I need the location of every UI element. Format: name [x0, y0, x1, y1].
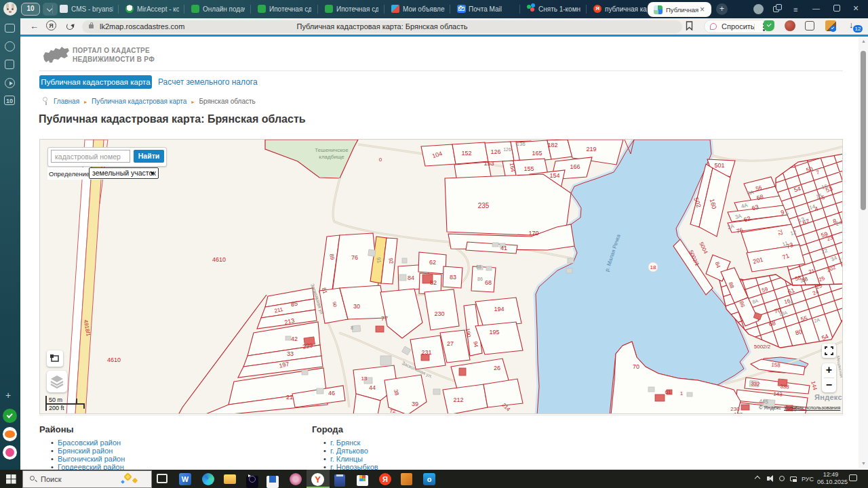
- svg-text:212: 212: [453, 396, 463, 403]
- svg-text:231: 231: [421, 349, 431, 356]
- svg-text:125: 125: [734, 411, 743, 414]
- svg-text:154: 154: [549, 172, 559, 179]
- svg-text:85: 85: [290, 300, 298, 308]
- svg-text:44: 44: [369, 384, 376, 391]
- svg-text:84: 84: [408, 274, 414, 281]
- svg-text:195: 195: [489, 329, 499, 336]
- svg-text:кладбище: кладбище: [319, 154, 344, 160]
- svg-text:18: 18: [650, 264, 656, 270]
- svg-text:126: 126: [503, 147, 511, 152]
- svg-text:33: 33: [287, 350, 294, 357]
- svg-text:77: 77: [381, 315, 388, 322]
- svg-text:235: 235: [478, 202, 490, 209]
- svg-text:42: 42: [291, 336, 298, 342]
- svg-text:4610: 4610: [212, 256, 226, 263]
- svg-text:70: 70: [633, 363, 639, 370]
- svg-text:8: 8: [351, 325, 353, 330]
- svg-text:83: 83: [450, 274, 456, 281]
- svg-text:39: 39: [412, 401, 418, 407]
- svg-text:143: 143: [773, 391, 783, 398]
- svg-text:338: 338: [780, 384, 790, 390]
- svg-text:5002/2: 5002/2: [754, 344, 771, 350]
- svg-text:332: 332: [751, 381, 761, 388]
- svg-text:62: 62: [429, 259, 436, 266]
- svg-text:166: 166: [570, 163, 580, 170]
- svg-text:158: 158: [771, 362, 781, 369]
- svg-text:82: 82: [430, 279, 437, 286]
- svg-text:13: 13: [361, 375, 368, 382]
- svg-text:61: 61: [665, 389, 671, 395]
- svg-text:86: 86: [477, 277, 483, 281]
- svg-text:155: 155: [524, 165, 534, 172]
- svg-text:30: 30: [353, 303, 360, 310]
- svg-text:152: 152: [461, 150, 471, 157]
- svg-text:26: 26: [494, 365, 500, 371]
- svg-text:76: 76: [351, 254, 358, 261]
- svg-text:88: 88: [476, 264, 481, 269]
- svg-text:4610: 4610: [107, 357, 121, 363]
- svg-text:46: 46: [328, 390, 335, 396]
- svg-text:72: 72: [390, 408, 396, 414]
- svg-text:Тешеничское: Тешеничское: [315, 147, 349, 153]
- svg-text:153: 153: [484, 160, 494, 167]
- svg-text:219: 219: [586, 146, 596, 152]
- svg-text:21: 21: [286, 394, 293, 401]
- svg-text:165: 165: [532, 150, 542, 157]
- svg-text:90: 90: [332, 301, 338, 307]
- svg-text:170: 170: [528, 230, 538, 237]
- svg-text:136: 136: [516, 141, 526, 147]
- svg-text:27: 27: [447, 340, 454, 347]
- svg-text:182: 182: [547, 142, 557, 148]
- svg-text:126: 126: [490, 148, 500, 155]
- svg-text:194: 194: [494, 306, 504, 312]
- svg-text:68: 68: [485, 279, 492, 286]
- svg-text:0: 0: [379, 157, 382, 163]
- svg-text:1: 1: [680, 390, 684, 396]
- svg-text:501: 501: [714, 162, 724, 169]
- svg-text:41: 41: [500, 245, 507, 251]
- svg-text:230: 230: [434, 310, 444, 317]
